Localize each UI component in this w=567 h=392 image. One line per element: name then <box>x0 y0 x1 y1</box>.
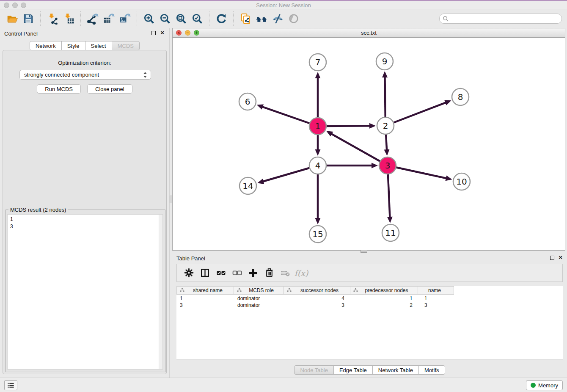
cell-name: 1 <box>419 295 456 302</box>
svg-text:7: 7 <box>315 57 321 67</box>
graph-edge-2-8[interactable] <box>385 100 451 126</box>
column-header-name[interactable]: name <box>418 286 454 295</box>
tab-select[interactable]: Select <box>85 41 112 50</box>
save-session-button[interactable] <box>21 11 36 26</box>
open-session-button[interactable] <box>5 11 19 26</box>
table-tab-node-table[interactable]: Node Table <box>294 365 334 375</box>
zoom-out-button[interactable] <box>158 11 172 26</box>
table-header-row: shared nameMCDS rolesuccessor nodesprede… <box>176 286 454 295</box>
zoom-fit-button[interactable] <box>174 11 188 26</box>
memory-button[interactable]: Memory <box>526 380 563 390</box>
tab-mcds[interactable]: MCDS <box>112 41 140 50</box>
table-tab-network-table[interactable]: Network Table <box>372 365 419 375</box>
import-network-icon <box>47 13 58 25</box>
graph-edge-3-10[interactable] <box>388 166 452 181</box>
export-table-button[interactable] <box>102 11 116 26</box>
search-icon <box>443 16 449 22</box>
import-network-button[interactable] <box>45 11 60 26</box>
result-scrollbar[interactable] <box>159 215 162 369</box>
first-neighbors-button[interactable] <box>254 11 269 26</box>
graph-node-3[interactable]: 3 <box>379 157 396 174</box>
delete-table-button[interactable] <box>278 266 292 280</box>
status-bar: Memory <box>0 378 567 392</box>
unselect-all-button[interactable] <box>230 266 244 280</box>
horizontal-splitter-handle[interactable] <box>361 250 367 253</box>
float-panel-icon[interactable] <box>151 31 156 35</box>
graph-node-1[interactable]: 1 <box>309 118 326 135</box>
export-image-button[interactable] <box>118 11 132 26</box>
column-header-MCDS-role[interactable]: MCDS role <box>234 286 284 295</box>
graph-edge-4-14[interactable] <box>257 166 318 184</box>
column-header-predecessor-nodes[interactable]: predecessor nodes <box>350 286 418 295</box>
table-body: 1dominator4113dominator323 <box>176 295 456 309</box>
svg-text:4: 4 <box>315 160 321 171</box>
zoom-selected-button[interactable] <box>190 11 204 26</box>
toolbar-separator <box>209 11 209 26</box>
plus-icon <box>248 268 258 278</box>
export-network-button[interactable] <box>85 11 100 26</box>
tab-network[interactable]: Network <box>30 41 62 50</box>
graph-edge-1-6[interactable] <box>257 104 318 126</box>
mcds-buttons-row: Run MCDS Close panel <box>3 84 166 94</box>
cell-predecessor-nodes: 1 <box>351 295 419 302</box>
apply-function-button[interactable]: f(x) <box>295 266 308 280</box>
table-options-button[interactable] <box>182 266 195 280</box>
search-input[interactable] <box>449 15 561 22</box>
table-tab-edge-table[interactable]: Edge Table <box>333 365 373 375</box>
table-row[interactable]: 1dominator411 <box>176 295 456 302</box>
cell-name: 3 <box>419 302 456 309</box>
column-header-successor-nodes[interactable]: successor nodes <box>284 286 350 295</box>
graph-node-14[interactable]: 14 <box>239 177 256 194</box>
close-panel-icon[interactable]: × <box>160 29 164 36</box>
toolbar-separator <box>233 11 234 26</box>
mcds-result-lines: 13 <box>8 215 162 230</box>
search-box[interactable] <box>439 14 562 24</box>
graph-node-10[interactable]: 10 <box>453 173 470 190</box>
vertical-splitter[interactable] <box>169 28 172 378</box>
table-tab-motifs[interactable]: Motifs <box>418 365 445 375</box>
column-header-shared-name[interactable]: shared name <box>176 286 234 295</box>
criterion-select[interactable]: strongly connected component <box>19 70 151 80</box>
table-row[interactable]: 3dominator323 <box>176 302 456 309</box>
clone-network-button[interactable] <box>238 11 253 26</box>
graph-node-7[interactable]: 7 <box>309 54 326 71</box>
import-table-button[interactable] <box>61 11 76 26</box>
task-list-icon <box>7 381 15 389</box>
control-panel-tabs: NetworkStyleSelectMCDS <box>0 41 169 50</box>
export-network-icon <box>87 13 99 25</box>
zoom-out-icon <box>160 13 171 25</box>
cell-MCDS-role: dominator <box>234 302 284 309</box>
cell-shared-name: 3 <box>176 302 234 309</box>
svg-text:2: 2 <box>383 121 388 131</box>
svg-text:3: 3 <box>385 160 391 171</box>
zoom-in-button[interactable] <box>142 11 156 26</box>
close-table-panel-icon[interactable]: × <box>559 254 562 261</box>
tab-style[interactable]: Style <box>61 41 85 50</box>
graph-edge-3-1[interactable] <box>326 131 388 166</box>
float-table-panel-icon[interactable] <box>550 256 554 260</box>
show-graphics-button[interactable] <box>286 11 301 26</box>
console-button[interactable] <box>4 380 17 390</box>
network-window-titlebar[interactable]: × − + scc.txt <box>173 28 565 38</box>
show-columns-button[interactable] <box>198 266 212 280</box>
table-toolbar: f(x) <box>176 264 563 282</box>
redraw-button[interactable] <box>214 11 228 26</box>
graph-node-2[interactable]: 2 <box>377 117 394 134</box>
add-row-button[interactable] <box>246 266 260 280</box>
result-line: 3 <box>10 223 162 230</box>
graph-node-4[interactable]: 4 <box>309 157 326 174</box>
vizmapper-button[interactable] <box>270 11 285 26</box>
graph-node-9[interactable]: 9 <box>376 53 393 70</box>
graph-node-8[interactable]: 8 <box>452 88 469 105</box>
network-canvas[interactable]: 1234678910111415 <box>173 38 565 250</box>
graph-node-6[interactable]: 6 <box>239 93 256 110</box>
refresh-icon <box>216 13 227 25</box>
select-all-button[interactable] <box>214 266 228 280</box>
mcds-result-list[interactable]: 13 <box>7 214 163 370</box>
close-panel-button[interactable]: Close panel <box>87 84 132 94</box>
delete-row-button[interactable] <box>262 266 276 280</box>
app-titlebar: Session: New Session <box>0 1 567 9</box>
run-mcds-button[interactable]: Run MCDS <box>37 84 81 94</box>
graph-node-15[interactable]: 15 <box>309 226 326 243</box>
graph-node-11[interactable]: 11 <box>382 224 399 241</box>
